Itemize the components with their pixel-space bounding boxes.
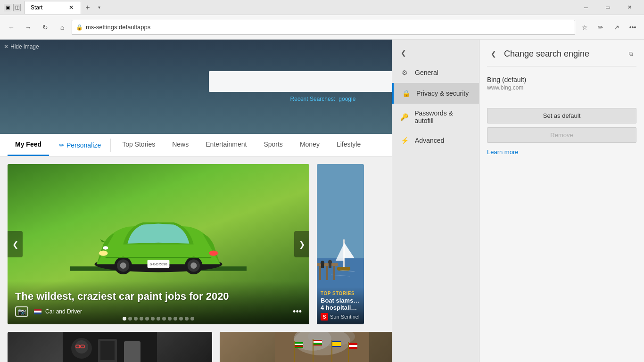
car-illustration: S·GO 5090 xyxy=(23,200,294,288)
nav-item-money[interactable]: Money xyxy=(292,134,327,156)
chevron-left-icon: ❮ xyxy=(401,49,406,57)
minimize-button[interactable]: ─ xyxy=(575,0,597,15)
dot-3[interactable] xyxy=(134,317,138,321)
nav-item-myfeed[interactable]: My Feed xyxy=(8,134,49,156)
dot-12[interactable] xyxy=(185,317,189,321)
active-tab[interactable]: Start ✕ xyxy=(25,1,81,14)
dot-10[interactable] xyxy=(173,317,177,321)
dot-1[interactable] xyxy=(123,317,126,321)
dot-4[interactable] xyxy=(140,317,143,321)
personalize-button[interactable]: ✏ Personalize xyxy=(53,138,107,153)
dot-6[interactable] xyxy=(151,317,155,321)
key-icon: 🔑 xyxy=(400,112,409,122)
carousel-side-overlay: TOP STORIES Boat slams… 4 hospitali… S S… xyxy=(317,287,364,324)
nav-divider xyxy=(110,139,111,152)
svg-rect-18 xyxy=(337,267,350,271)
dot-7[interactable] xyxy=(157,317,160,321)
pencil-icon: ✏ xyxy=(59,141,65,149)
side-card-tag: TOP STORIES xyxy=(321,291,360,296)
dot-8[interactable] xyxy=(162,317,166,321)
tab-label: Start xyxy=(31,4,64,11)
tab-control-1[interactable]: ▣ xyxy=(4,4,11,11)
svg-point-2 xyxy=(99,250,108,255)
svg-rect-36 xyxy=(100,341,115,360)
recent-search-term[interactable]: google xyxy=(339,96,355,102)
dot-13[interactable] xyxy=(190,317,194,321)
tab-close-btn[interactable]: ✕ xyxy=(67,4,75,11)
search-engine-panel: ❮ Change search engine ⧉ Bing (default) … xyxy=(479,40,644,362)
engine-entry: Bing (default) www.bing.com xyxy=(487,76,636,99)
tab-dropdown-btn[interactable]: ▾ xyxy=(94,3,104,12)
card-1-image xyxy=(8,332,212,362)
titlebar: ▣ ◫ Start ✕ + ▾ ─ ▭ ✕ xyxy=(0,0,644,15)
nav-item-topstories[interactable]: Top Stories xyxy=(115,134,163,156)
remove-button[interactable]: Remove xyxy=(487,127,636,143)
svg-rect-46 xyxy=(295,346,303,347)
lock-icon: 🔒 xyxy=(401,89,411,98)
card-1[interactable] xyxy=(8,332,212,362)
hide-image-button[interactable]: ✕ Hide image xyxy=(4,43,39,50)
svg-rect-47 xyxy=(313,339,314,362)
dot-11[interactable] xyxy=(179,317,183,321)
nav-item-entertainment[interactable]: Entertainment xyxy=(198,134,254,156)
carousel-next-button[interactable]: ❯ xyxy=(294,231,309,257)
set-default-button[interactable]: Set as default xyxy=(487,108,636,123)
nav-item-lifestyle[interactable]: Lifestyle xyxy=(329,134,368,156)
source-name: Car and Driver xyxy=(45,308,82,315)
carousel-more-button[interactable]: ••• xyxy=(293,307,302,317)
svg-rect-53 xyxy=(332,342,341,346)
settings-general-item[interactable]: ⚙ General xyxy=(392,62,479,83)
nav-item-news[interactable]: News xyxy=(165,134,196,156)
back-arrow-icon: ❮ xyxy=(491,50,496,58)
settings-advanced-item[interactable]: ⚡ Advanced xyxy=(392,130,479,151)
recent-searches: Recent Searches: google xyxy=(289,96,356,102)
svg-point-10 xyxy=(190,262,197,268)
carousel-side-card[interactable]: TOP STORIES Boat slams… 4 hospitali… S S… xyxy=(317,164,364,324)
side-card-title: Boat slams… 4 hospitali… xyxy=(321,297,360,311)
share-icon[interactable]: ↗ xyxy=(609,20,624,35)
maximize-button[interactable]: ▭ xyxy=(597,0,619,15)
settings-collapse-button[interactable]: ❮ xyxy=(396,45,411,60)
settings-passwords-item[interactable]: 🔑 Passwords & autofill xyxy=(392,104,479,130)
address-input[interactable] xyxy=(86,24,571,31)
learn-more-link[interactable]: Learn more xyxy=(487,148,518,156)
svg-rect-19 xyxy=(317,263,338,266)
carousel-main-card[interactable]: S·GO 5090 ❮ ❯ xyxy=(8,164,309,324)
new-tab-button[interactable]: + xyxy=(81,1,94,14)
panel-back-button[interactable]: ❮ xyxy=(487,47,500,60)
more-icon[interactable]: ••• xyxy=(625,20,640,35)
addressbar: ← → ↻ ⌂ 🔒 ☆ ✏ ↗ ••• xyxy=(0,15,644,40)
pin-icon: ⧉ xyxy=(629,50,633,57)
browser-content: ✕ Hide image Recent Searches: google My … xyxy=(0,40,644,362)
favorite-icon[interactable]: ☆ xyxy=(577,20,592,35)
svg-rect-51 xyxy=(331,340,332,362)
notes-icon[interactable]: ✏ xyxy=(593,20,608,35)
carousel-prev-button[interactable]: ❮ xyxy=(8,231,23,257)
refresh-button[interactable]: ↻ xyxy=(38,20,53,35)
camera-icon: 📷 xyxy=(15,306,28,317)
tab-controls: ▣ ◫ xyxy=(4,4,21,11)
svg-rect-43 xyxy=(294,341,295,362)
tab-control-2[interactable]: ◫ xyxy=(13,4,21,11)
svg-point-31 xyxy=(75,340,88,354)
titlebar-tabs: ▣ ◫ Start ✕ + ▾ xyxy=(4,1,575,14)
sun-sentinel-icon: S xyxy=(321,313,328,321)
dot-2[interactable] xyxy=(128,317,132,321)
toolbar-icons: ☆ ✏ ↗ ••• xyxy=(577,20,640,35)
panel-pin-button[interactable]: ⧉ xyxy=(625,48,636,59)
home-button[interactable]: ⌂ xyxy=(55,20,70,35)
address-bar-wrapper[interactable]: 🔒 xyxy=(72,20,575,35)
svg-rect-24 xyxy=(321,263,324,268)
settings-panel: ❮ ⚙ General 🔒 Privacy & security 🔑 Passw… xyxy=(392,40,479,362)
dot-5[interactable] xyxy=(145,317,149,321)
svg-rect-50 xyxy=(314,343,322,345)
settings-privacy-item[interactable]: 🔒 Privacy & security xyxy=(392,83,479,104)
svg-rect-54 xyxy=(348,342,349,362)
back-button[interactable]: ← xyxy=(4,20,19,35)
close-button[interactable]: ✕ xyxy=(619,0,640,15)
nav-item-sports[interactable]: Sports xyxy=(256,134,290,156)
svg-point-7 xyxy=(120,262,126,268)
forward-button[interactable]: → xyxy=(21,20,36,35)
side-card-source: S Sun Sentinel xyxy=(321,313,360,321)
dot-9[interactable] xyxy=(168,317,172,321)
